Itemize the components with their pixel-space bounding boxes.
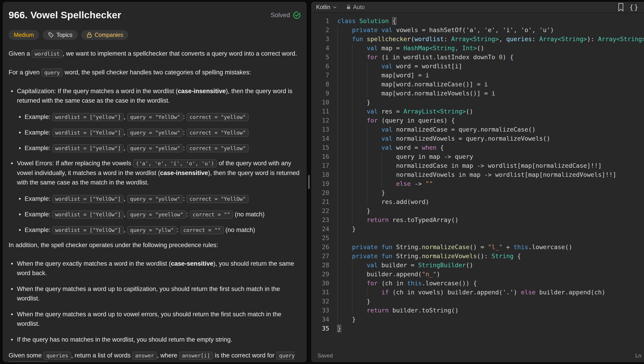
indent-guide xyxy=(352,143,352,152)
code-line[interactable]: 29 builder.append("n_") xyxy=(311,270,644,279)
code-line[interactable]: 17 normalizedCase in map -> wordlist[map… xyxy=(311,161,644,170)
code-line[interactable]: 30 for (ch in this.lowercase()) { xyxy=(311,279,644,288)
code-line[interactable]: 5 for (i in wordlist.lastIndex downTo 0)… xyxy=(311,53,644,62)
code-line[interactable]: 11 val res = ArrayList<String>() xyxy=(311,107,644,116)
code-line[interactable]: 15 val word = when { xyxy=(311,143,644,152)
indent-guide xyxy=(352,98,352,107)
inline-code: query = "yeellow" xyxy=(127,211,186,219)
code-line[interactable]: 33 return builder.toString() xyxy=(311,306,644,315)
code-line[interactable]: 7 map[word] = i xyxy=(311,71,644,80)
code-line[interactable]: 31 if (ch in vowels) builder.append('.')… xyxy=(311,288,644,297)
indent-guide xyxy=(352,279,352,288)
indent-guide xyxy=(352,261,352,270)
problem-panel: 966. Vowel Spellchecker Solved Medium xyxy=(3,2,307,362)
code-line-content: } xyxy=(329,207,644,216)
problem-description: Given a wordlist, we want to implement a… xyxy=(8,49,301,362)
code-line[interactable]: 2 private val vowels = hashSetOf('a', 'e… xyxy=(311,26,644,35)
text-segment: Example: xyxy=(24,113,52,120)
code-line[interactable]: 23 return res.toTypedArray() xyxy=(311,216,644,225)
indent-guide xyxy=(337,53,338,62)
code-line[interactable]: 19 else -> "" xyxy=(311,179,644,188)
editor-panel: Kotlin Auto xyxy=(311,2,644,362)
difficulty-badge[interactable]: Medium xyxy=(8,30,39,40)
bookmark-button[interactable] xyxy=(617,3,624,12)
status-label: Solved xyxy=(270,12,290,19)
text-segment: is the correct word for xyxy=(213,352,276,359)
code-line[interactable]: 8 map[word.normalizeCase()] = i xyxy=(311,80,644,89)
autosave-toggle[interactable]: Auto xyxy=(346,4,365,11)
code-line-content: builder.append("n_") xyxy=(329,270,644,279)
code-line-content: map[word.normalizeVowels()] = i xyxy=(329,89,644,98)
description-bullet: •When the query matches a word up to cap… xyxy=(8,284,301,303)
line-number: 6 xyxy=(311,62,329,71)
code-line-content: private fun String.normalizeCase() = "l_… xyxy=(329,243,644,252)
difficulty-label: Medium xyxy=(14,32,34,38)
text-segment: , xyxy=(124,129,127,136)
code-line-content: return res.toTypedArray() xyxy=(329,216,644,225)
code-line[interactable]: 25 xyxy=(311,234,644,243)
inline-code: answer[i] xyxy=(179,351,213,360)
description-paragraph: Given some queries, return a list of wor… xyxy=(8,351,301,362)
code-line[interactable]: 12 for (query in queries) { xyxy=(311,116,644,125)
code-line-content: return builder.toString() xyxy=(329,306,644,315)
code-line[interactable]: 34 } xyxy=(311,315,644,324)
page-title: 966. Vowel Spellchecker xyxy=(8,10,121,21)
code-line[interactable]: 20 } xyxy=(311,188,644,197)
text-segment: Given a xyxy=(8,50,32,57)
language-selector[interactable]: Kotlin xyxy=(316,4,337,11)
inline-code: query = "YellOw" xyxy=(127,113,183,121)
code-line[interactable]: 22 } xyxy=(311,207,644,216)
indent-guide xyxy=(352,306,352,315)
indent-guide xyxy=(367,89,367,98)
lock-icon xyxy=(346,5,351,10)
indent-guide xyxy=(352,161,352,170)
indent-guide xyxy=(367,62,367,71)
inline-code: answer xyxy=(132,351,157,360)
bullet-marker: • xyxy=(19,225,21,235)
indent-guide xyxy=(337,71,338,80)
companies-button[interactable]: Companies xyxy=(81,30,128,40)
format-code-button[interactable]: {} xyxy=(629,3,639,11)
code-line[interactable]: 13 val normalizedCase = query.normalizeC… xyxy=(311,125,644,134)
code-line[interactable]: 14 val normalizedVowels = query.normaliz… xyxy=(311,134,644,143)
code-line[interactable]: 9 map[word.normalizeVowels()] = i xyxy=(311,89,644,98)
line-number: 16 xyxy=(311,152,329,161)
indent-guide xyxy=(337,306,338,315)
code-line[interactable]: 10 } xyxy=(311,98,644,107)
code-line[interactable]: 21 res.add(word) xyxy=(311,197,644,207)
indent-guide xyxy=(367,125,367,134)
code-line[interactable]: 16 query in map -> query xyxy=(311,152,644,161)
bullet-marker: • xyxy=(19,194,21,204)
text-segment: Example: xyxy=(24,226,52,233)
inline-code: wordlist = ["YellOw"] xyxy=(52,211,124,219)
line-number: 11 xyxy=(311,107,329,116)
line-number: 8 xyxy=(311,80,329,89)
inline-code: wordlist = ["YellOw"] xyxy=(52,195,124,203)
code-line[interactable]: 27 private fun String.normalizeVowels():… xyxy=(311,252,644,261)
code-editor[interactable]: 1class Solution {2 private val vowels = … xyxy=(311,13,644,349)
code-line[interactable]: 24 } xyxy=(311,225,644,234)
description-bullet: •When the query exactly matches a word i… xyxy=(8,259,301,278)
indent-guide xyxy=(337,270,338,279)
line-number: 18 xyxy=(311,170,329,179)
line-number: 4 xyxy=(311,44,329,53)
indent-guide xyxy=(337,44,338,53)
code-line[interactable]: 35} xyxy=(311,324,644,333)
text-segment: Example: xyxy=(24,129,52,136)
code-line[interactable]: 1class Solution { xyxy=(311,17,644,26)
code-line[interactable]: 28 val builder = StringBuilder() xyxy=(311,261,644,270)
code-line[interactable]: 18 normalizedVowels in map -> wordlist[m… xyxy=(311,170,644,179)
code-line[interactable]: 6 val word = wordlist[i] xyxy=(311,62,644,71)
check-circle-icon xyxy=(293,11,301,19)
indent-guide xyxy=(367,80,367,89)
code-line[interactable]: 32 } xyxy=(311,297,644,306)
indent-guide xyxy=(352,62,352,71)
panel-resize-handle[interactable] xyxy=(307,2,311,362)
topics-button[interactable]: Topics xyxy=(43,30,78,40)
indent-guide xyxy=(337,98,338,107)
code-line[interactable]: 26 private fun String.normalizeCase() = … xyxy=(311,243,644,252)
problem-scroll-area[interactable]: 966. Vowel Spellchecker Solved Medium xyxy=(3,2,307,362)
code-line[interactable]: 3 fun spellchecker(wordlist: Array<Strin… xyxy=(311,35,644,44)
inline-code: wordlist xyxy=(32,50,62,58)
code-line[interactable]: 4 val map = HashMap<String, Int>() xyxy=(311,44,644,53)
